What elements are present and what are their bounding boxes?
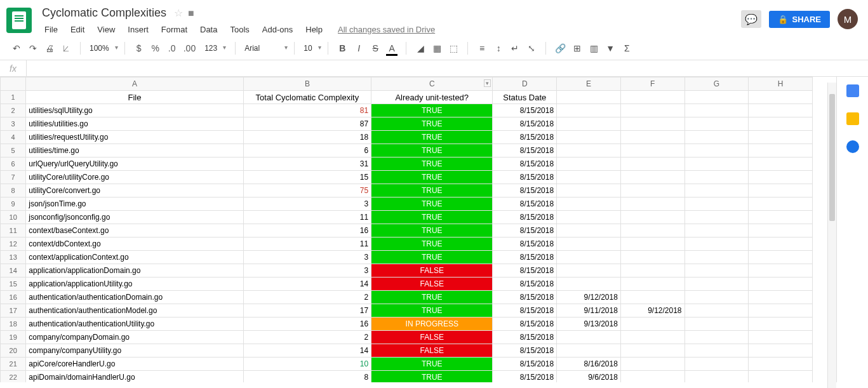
- cell[interactable]: [684, 358, 749, 371]
- filter-button[interactable]: ▼: [603, 41, 618, 56]
- cell[interactable]: [557, 144, 621, 157]
- cell[interactable]: TRUE: [371, 224, 493, 237]
- menu-view[interactable]: View: [92, 22, 120, 37]
- cell[interactable]: [620, 171, 684, 184]
- cell[interactable]: [620, 157, 684, 171]
- select-all-corner[interactable]: [1, 77, 26, 91]
- font-size-select[interactable]: 10: [298, 42, 324, 55]
- cell[interactable]: TRUE: [371, 237, 493, 251]
- cell[interactable]: File: [26, 91, 243, 104]
- cell[interactable]: [684, 331, 749, 344]
- grid[interactable]: ABC▾DEFGH 1FileTotal Cyclomatic Complexi…: [0, 77, 836, 382]
- cell[interactable]: 3: [243, 197, 371, 211]
- star-icon[interactable]: ☆: [174, 7, 183, 19]
- cell[interactable]: 8/15/2018: [493, 291, 557, 304]
- cell[interactable]: [684, 344, 749, 358]
- cell[interactable]: [749, 144, 813, 157]
- cell[interactable]: 3: [243, 264, 371, 278]
- paint-format-button[interactable]: ⟀: [58, 41, 74, 56]
- cell[interactable]: [684, 211, 749, 224]
- cell[interactable]: [749, 358, 813, 371]
- cell[interactable]: jsonconfig/jsonconfig.go: [26, 211, 243, 224]
- row-header[interactable]: 2: [1, 104, 26, 117]
- cell[interactable]: [684, 304, 749, 318]
- cell[interactable]: [620, 211, 684, 224]
- col-header-G[interactable]: G: [684, 77, 749, 91]
- cell[interactable]: [749, 224, 813, 237]
- cell[interactable]: 75: [243, 184, 371, 197]
- menu-data[interactable]: Data: [195, 22, 222, 37]
- cell[interactable]: urlQuery/urlQueryUtility.go: [26, 157, 243, 171]
- cell[interactable]: 8/15/2018: [493, 171, 557, 184]
- link-button[interactable]: 🔗: [552, 41, 568, 56]
- document-title[interactable]: Cyclomatic Complexities: [39, 5, 169, 21]
- cell[interactable]: utilities/utilities.go: [26, 117, 243, 131]
- rotate-button[interactable]: ⤡: [524, 41, 539, 56]
- row-header[interactable]: 18: [1, 318, 26, 331]
- row-header[interactable]: 6: [1, 157, 26, 171]
- cell[interactable]: 16: [243, 318, 371, 331]
- cell[interactable]: utilityCore/utilityCore.go: [26, 171, 243, 184]
- cell[interactable]: 9/12/2018: [557, 291, 621, 304]
- cell[interactable]: [684, 91, 749, 104]
- row-header[interactable]: 17: [1, 304, 26, 318]
- chart-button[interactable]: ▥: [586, 41, 601, 56]
- row-header[interactable]: 11: [1, 224, 26, 237]
- cell[interactable]: [557, 344, 621, 358]
- cell[interactable]: [749, 331, 813, 344]
- row-header[interactable]: 1: [1, 91, 26, 104]
- cell[interactable]: [749, 318, 813, 331]
- cell[interactable]: [620, 224, 684, 237]
- cell[interactable]: [684, 117, 749, 131]
- merge-button[interactable]: ⬚: [446, 41, 461, 56]
- increase-decimal-button[interactable]: .00: [181, 41, 198, 56]
- menu-edit[interactable]: Edit: [65, 22, 90, 37]
- row-header[interactable]: 7: [1, 171, 26, 184]
- bold-button[interactable]: B: [335, 41, 350, 56]
- cell[interactable]: authentication/authenticationModel.go: [26, 304, 243, 318]
- cell[interactable]: 8/15/2018: [493, 211, 557, 224]
- cell[interactable]: [620, 344, 684, 358]
- comment-button[interactable]: ⊞: [570, 41, 585, 56]
- cell[interactable]: apiCore/coreHandlerU.go: [26, 358, 243, 371]
- col-header-D[interactable]: D: [493, 77, 557, 91]
- cell[interactable]: [684, 251, 749, 264]
- cell[interactable]: [620, 184, 684, 197]
- cell[interactable]: [557, 91, 621, 104]
- cell[interactable]: 8/15/2018: [493, 144, 557, 157]
- cell[interactable]: application/applicationUtility.go: [26, 278, 243, 291]
- cell[interactable]: 10: [243, 358, 371, 371]
- cell[interactable]: FALSE: [371, 278, 493, 291]
- cell[interactable]: [684, 371, 749, 383]
- cell[interactable]: [620, 131, 684, 144]
- row-header[interactable]: 13: [1, 251, 26, 264]
- cell[interactable]: 11: [243, 237, 371, 251]
- cell[interactable]: [620, 371, 684, 383]
- cell[interactable]: 3: [243, 251, 371, 264]
- cell[interactable]: apiDomain/domainHandlerU.go: [26, 371, 243, 383]
- cell[interactable]: Total Cyclomatic Complexity: [243, 91, 371, 104]
- cell[interactable]: TRUE: [371, 131, 493, 144]
- cell[interactable]: 9/6/2018: [557, 371, 621, 383]
- cell[interactable]: TRUE: [371, 211, 493, 224]
- col-header-B[interactable]: B: [243, 77, 371, 91]
- menu-insert[interactable]: Insert: [123, 22, 154, 37]
- cell[interactable]: TRUE: [371, 117, 493, 131]
- vertical-scrollbar[interactable]: [827, 83, 836, 388]
- zoom-select[interactable]: 100%: [84, 42, 121, 55]
- cell[interactable]: authentication/authenticationUtility.go: [26, 318, 243, 331]
- keep-icon[interactable]: [846, 112, 859, 125]
- row-header[interactable]: 21: [1, 358, 26, 371]
- cell[interactable]: [749, 237, 813, 251]
- cell[interactable]: [557, 171, 621, 184]
- col-header-F[interactable]: F: [620, 77, 684, 91]
- cell[interactable]: FALSE: [371, 264, 493, 278]
- cell[interactable]: [620, 251, 684, 264]
- cell[interactable]: [557, 104, 621, 117]
- row-header[interactable]: 3: [1, 117, 26, 131]
- font-select[interactable]: Arial: [239, 42, 290, 55]
- save-status[interactable]: All changes saved in Drive: [338, 25, 435, 34]
- cell[interactable]: 14: [243, 278, 371, 291]
- cell[interactable]: [684, 197, 749, 211]
- cell[interactable]: 2: [243, 291, 371, 304]
